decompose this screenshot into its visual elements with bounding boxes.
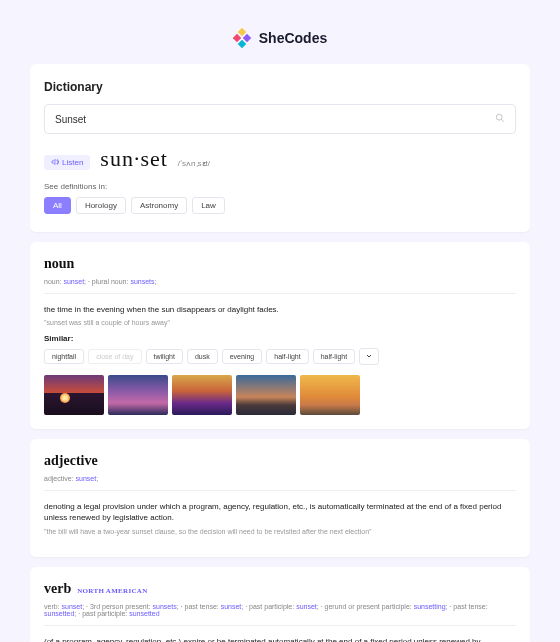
sunset-image[interactable]: [108, 375, 168, 415]
noun-example: "sunset was still a couple of hours away…: [44, 319, 516, 326]
search-input[interactable]: [55, 114, 495, 125]
verb-forms: verb: sunset; · 3rd person present: suns…: [44, 603, 516, 617]
similar-chip[interactable]: close of day: [88, 349, 141, 364]
search-icon[interactable]: [495, 113, 505, 125]
listen-button[interactable]: Listen: [44, 155, 90, 170]
adjective-card: adjective adjective: sunset; denoting a …: [30, 439, 530, 556]
definitions-in-label: See definitions in:: [44, 182, 516, 191]
noun-forms: noun: sunset; · plural noun: sunsets;: [44, 278, 516, 285]
image-row: [44, 375, 516, 415]
similar-label: Similar:: [44, 334, 516, 343]
phonetic: /ˈsʌnˌsɛt/: [178, 159, 210, 168]
similar-chip[interactable]: evening: [222, 349, 263, 364]
similar-row: nightfall close of day twilight dusk eve…: [44, 348, 516, 365]
adjective-example: "the bill will have a two-year sunset cl…: [44, 528, 516, 535]
sunset-image[interactable]: [300, 375, 360, 415]
tab-horology[interactable]: Horology: [76, 197, 126, 214]
similar-chip[interactable]: half-light: [266, 349, 308, 364]
category-tabs: All Horology Astronomy Law: [44, 197, 516, 214]
sunset-image[interactable]: [172, 375, 232, 415]
page-title: Dictionary: [44, 80, 516, 94]
sound-icon: [51, 158, 59, 166]
svg-rect-0: [238, 28, 246, 36]
similar-chip[interactable]: twilight: [146, 349, 183, 364]
word-heading: sun·set: [100, 146, 168, 172]
adjective-definition: denoting a legal provision under which a…: [44, 501, 516, 523]
tab-law[interactable]: Law: [192, 197, 225, 214]
svg-rect-2: [243, 34, 251, 42]
noun-card: noun noun: sunset; · plural noun: sunset…: [30, 242, 530, 429]
pos-adjective: adjective: [44, 453, 516, 469]
adjective-forms: adjective: sunset;: [44, 475, 516, 482]
logo-icon: [233, 28, 253, 48]
sunset-image[interactable]: [236, 375, 296, 415]
similar-chip[interactable]: half-light: [313, 349, 355, 364]
tab-astronomy[interactable]: Astronomy: [131, 197, 187, 214]
svg-line-5: [501, 119, 504, 122]
tab-all[interactable]: All: [44, 197, 71, 214]
search-input-wrap[interactable]: [44, 104, 516, 134]
similar-chip[interactable]: nightfall: [44, 349, 84, 364]
svg-point-4: [496, 114, 502, 120]
brand-name: SheCodes: [259, 30, 327, 46]
noun-definition: the time in the evening when the sun dis…: [44, 304, 516, 315]
verb-definition: (of a program, agency, regulation, etc.)…: [44, 636, 516, 642]
listen-label: Listen: [62, 158, 83, 167]
pos-verb: verbNORTH AMERICAN: [44, 581, 516, 597]
chevron-down-icon: [365, 352, 373, 360]
svg-rect-3: [238, 40, 246, 48]
verb-card: verbNORTH AMERICAN verb: sunset; · 3rd p…: [30, 567, 530, 642]
sunset-image[interactable]: [44, 375, 104, 415]
pos-noun: noun: [44, 256, 516, 272]
dictionary-header-card: Dictionary Listen sun·set /ˈsʌnˌsɛt/ See…: [30, 64, 530, 232]
region-tag: NORTH AMERICAN: [77, 587, 147, 595]
similar-chip[interactable]: dusk: [187, 349, 218, 364]
svg-rect-1: [233, 34, 241, 42]
brand-logo: SheCodes: [30, 20, 530, 64]
similar-more[interactable]: [359, 348, 379, 365]
